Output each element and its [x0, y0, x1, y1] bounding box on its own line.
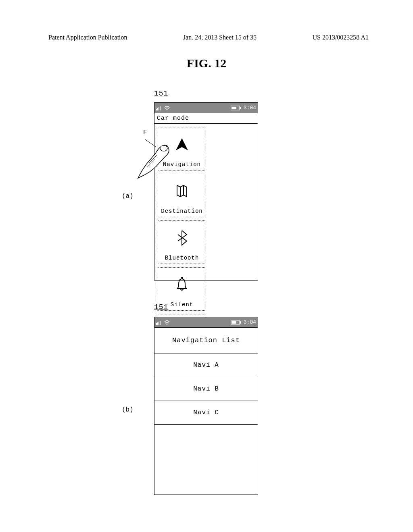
svg-rect-22 — [160, 321, 161, 325]
status-time: 3:04 — [244, 319, 256, 325]
signal-icon — [156, 320, 163, 325]
svg-point-11 — [181, 277, 183, 279]
svg-rect-2 — [159, 107, 159, 110]
phone-screen-a: 3:04 Car mode Navigation Destination Blu… — [154, 102, 258, 281]
svg-marker-8 — [176, 138, 188, 150]
wifi-icon — [164, 106, 170, 110]
list-item[interactable]: Navi A — [154, 353, 258, 377]
tile-bluetooth[interactable]: Bluetooth — [158, 220, 206, 264]
header-center: Jan. 24, 2013 Sheet 15 of 35 — [183, 34, 257, 41]
finger-label: F — [143, 129, 147, 136]
tile-label: Bluetooth — [165, 255, 199, 261]
tile-destination[interactable]: Destination — [158, 174, 206, 217]
svg-rect-3 — [160, 106, 161, 110]
list-item[interactable]: Navi B — [154, 377, 258, 401]
bell-icon — [175, 268, 189, 301]
svg-rect-7 — [232, 107, 236, 109]
svg-rect-20 — [157, 322, 158, 325]
svg-rect-26 — [232, 321, 236, 324]
reference-151-a: 151 — [154, 89, 168, 98]
status-bar: 3:04 — [154, 103, 258, 113]
tile-label: Destination — [161, 208, 202, 214]
panel-a-label: (a) — [122, 193, 133, 200]
map-fold-icon — [174, 174, 190, 208]
svg-rect-21 — [159, 322, 159, 325]
signal-icon — [156, 106, 163, 110]
mode-header: Car mode — [154, 113, 258, 124]
bluetooth-icon — [175, 221, 188, 255]
svg-point-23 — [167, 323, 168, 324]
status-time: 3:04 — [244, 105, 256, 111]
reference-151-b: 151 — [154, 303, 168, 311]
svg-rect-1 — [157, 108, 158, 110]
tile-navigation[interactable]: Navigation — [158, 127, 206, 170]
panel-b-label: (b) — [122, 406, 133, 414]
figure-title: FIG. 12 — [0, 56, 413, 70]
svg-rect-6 — [240, 107, 241, 109]
wifi-icon — [164, 320, 170, 325]
list-item[interactable]: Navi C — [154, 401, 258, 425]
svg-rect-19 — [156, 323, 157, 325]
header-left: Patent Application Publication — [48, 34, 127, 41]
navigation-list-title: Navigation List — [154, 328, 258, 353]
tile-label: Silent — [171, 301, 193, 308]
battery-icon — [231, 320, 241, 325]
status-bar: 3:04 — [154, 317, 258, 328]
navigation-arrow-icon — [174, 127, 190, 161]
svg-rect-25 — [240, 321, 241, 324]
battery-icon — [231, 106, 241, 110]
page-header: Patent Application Publication Jan. 24, … — [48, 34, 369, 41]
svg-point-4 — [167, 109, 168, 110]
phone-screen-b: 3:04 Navigation List Navi A Navi B Navi … — [154, 317, 258, 495]
header-right: US 2013/0023258 A1 — [312, 34, 369, 41]
tile-label: Navigation — [163, 161, 201, 168]
svg-rect-0 — [156, 109, 157, 110]
